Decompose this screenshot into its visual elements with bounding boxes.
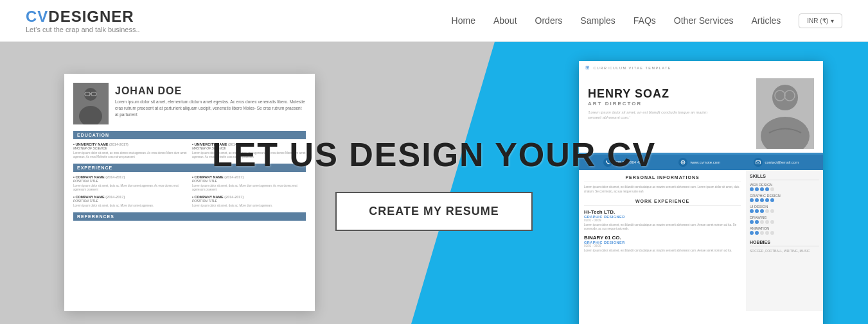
hero-overlay: LET US DESIGN YOUR CV CREATE MY RESUME [0,42,868,324]
nav-orders[interactable]: Orders [535,15,563,26]
hero-title: LET US DESIGN YOUR CV [212,135,656,174]
currency-selector[interactable]: INR (₹) ▾ [799,13,842,28]
chevron-down-icon: ▾ [831,17,834,24]
logo-designer: DESIGNER [48,8,134,25]
logo-cv: CV [26,8,48,25]
logo-tagline: Let's cut the crap and talk business.. [26,26,140,33]
currency-label: INR (₹) [807,17,828,24]
nav-other-services[interactable]: Other Services [674,15,734,26]
logo[interactable]: CVDESIGNER [26,8,140,26]
main-nav: Home About Orders Samples FAQs Other Ser… [452,13,842,28]
hero-section: JOHAN DOE Lorem ipsum dolor sit amet, el… [0,42,868,324]
nav-about[interactable]: About [493,15,517,26]
logo-area: CVDESIGNER Let's cut the crap and talk b… [26,8,140,33]
nav-samples[interactable]: Samples [580,15,615,26]
nav-articles[interactable]: Articles [751,15,781,26]
create-resume-button[interactable]: CREATE MY RESUME [335,192,532,231]
nav-home[interactable]: Home [452,15,475,26]
nav-faqs[interactable]: FAQs [633,15,656,26]
header: CVDESIGNER Let's cut the crap and talk b… [0,0,868,42]
